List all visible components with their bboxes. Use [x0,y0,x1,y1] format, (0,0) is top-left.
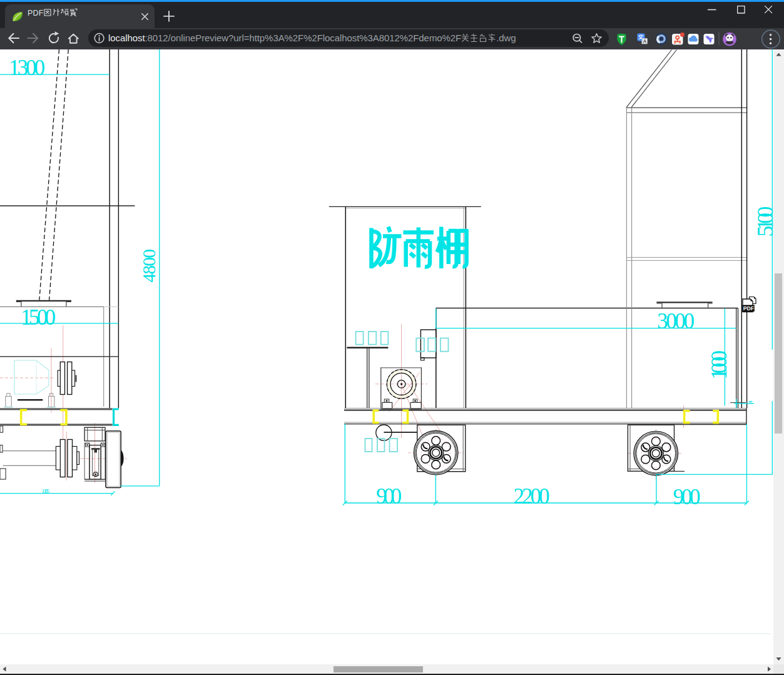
svg-text:2200: 2200 [514,484,550,509]
svg-text:1385: 1385 [42,488,50,494]
svg-text:1500: 1500 [21,305,56,330]
svg-text:PDF: PDF [743,305,754,312]
svg-text:900: 900 [673,485,701,509]
svg-text:900: 900 [376,484,402,509]
svg-text:5100: 5100 [753,206,774,237]
svg-text:3000: 3000 [657,309,695,333]
svg-text:4800: 4800 [139,249,159,283]
svg-text:1300: 1300 [9,56,45,80]
svg-text:1000: 1000 [707,350,731,380]
